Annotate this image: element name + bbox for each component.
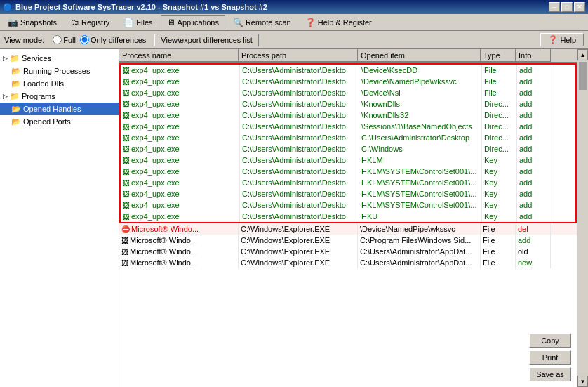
cell-info: add bbox=[517, 166, 552, 177]
cell-opened-item: \Device\KsecDD bbox=[359, 65, 482, 76]
radio-differences-input[interactable] bbox=[80, 35, 89, 44]
table-area: Process name Process path Opened item Ty… bbox=[119, 49, 588, 387]
sidebar-item-opened-handles-label: Opened Handles bbox=[23, 105, 81, 113]
tab-snapshots[interactable]: 📷 Snapshots bbox=[1, 15, 63, 29]
tab-help-register-label: Help & Register bbox=[318, 18, 372, 27]
tab-registry-label: Registry bbox=[81, 18, 109, 27]
cell-process-path: C:\Users\Administrator\Deskto bbox=[240, 87, 359, 98]
table-row[interactable]: 🖼exp4_upx.exe C:\Users\Administrator\Des… bbox=[121, 110, 575, 121]
sidebar-item-opened-handles[interactable]: 📂 Opened Handles bbox=[0, 103, 119, 115]
table-row[interactable]: 🖼Microsoft® Windo... C:\Windows\Explorer… bbox=[119, 246, 577, 257]
tab-applications[interactable]: 🖥 Applications bbox=[161, 15, 225, 29]
sidebar-item-running-processes[interactable]: 📂 Running Processes bbox=[0, 65, 119, 77]
table-row[interactable]: 🖼Microsoft® Windo... C:\Windows\Explorer… bbox=[119, 235, 577, 246]
table-row[interactable]: 🖼exp4_upx.exe C:\Users\Administrator\Des… bbox=[121, 98, 575, 110]
app-icon: 🔵 bbox=[3, 3, 13, 12]
cell-opened-item: HKLM\SYSTEM\ControlSet001\... bbox=[359, 188, 482, 199]
cell-type: Direc... bbox=[482, 121, 517, 132]
view-export-button[interactable]: View\export differences list bbox=[154, 34, 258, 46]
close-button[interactable]: ✕ bbox=[574, 2, 585, 12]
cell-info: add bbox=[517, 98, 552, 110]
scroll-track[interactable] bbox=[577, 60, 588, 376]
sidebar-item-loaded-dlls[interactable]: 📂 Loaded Dlls bbox=[0, 77, 119, 90]
table-row[interactable]: 🖼exp4_upx.exe C:\Users\Administrator\Des… bbox=[121, 166, 575, 177]
table-row[interactable]: 🖼exp4_upx.exe C:\Users\Administrator\Des… bbox=[121, 188, 575, 199]
help-register-icon: ❓ bbox=[305, 18, 316, 27]
radio-full-input[interactable] bbox=[53, 35, 62, 44]
table-row[interactable]: 🖼exp4_upx.exe C:\Users\Administrator\Des… bbox=[121, 211, 575, 222]
cell-process-name: 🖼exp4_upx.exe bbox=[121, 76, 240, 87]
cell-info: add bbox=[516, 235, 551, 246]
loaded-dlls-icon: 📂 bbox=[11, 79, 21, 88]
cell-type: File bbox=[482, 76, 517, 87]
sidebar-item-running-processes-label: Running Processes bbox=[23, 67, 90, 75]
sidebar-item-loaded-dlls-label: Loaded Dlls bbox=[23, 79, 64, 88]
tab-applications-label: Applications bbox=[178, 18, 219, 27]
window-title: Blue Project Software SysTracer v2.10 - … bbox=[15, 3, 267, 11]
tab-registry[interactable]: 🗂 Registry bbox=[65, 15, 116, 29]
col-header-opened-item[interactable]: Opened item bbox=[358, 49, 481, 62]
cell-process-path: C:\Users\Administrator\Deskto bbox=[240, 132, 359, 143]
files-icon: 📄 bbox=[123, 18, 134, 27]
cell-process-path: C:\Windows\Explorer.EXE bbox=[239, 246, 358, 257]
table-row[interactable]: 🖼exp4_upx.exe C:\Users\Administrator\Des… bbox=[121, 199, 575, 211]
cell-info: add bbox=[517, 177, 552, 188]
cell-process-path: C:\Users\Administrator\Deskto bbox=[240, 65, 359, 76]
help-button[interactable]: ❓ Help bbox=[540, 33, 584, 46]
radio-full[interactable]: Full bbox=[53, 35, 76, 44]
cell-process-name: 🖼exp4_upx.exe bbox=[121, 188, 240, 199]
cell-info: add bbox=[517, 121, 552, 132]
radio-differences[interactable]: Only differences bbox=[80, 35, 146, 44]
col-header-info[interactable]: Info bbox=[516, 49, 551, 62]
sidebar-item-programs[interactable]: ▷ 📁 Programs bbox=[0, 90, 119, 103]
cell-process-path: C:\Windows\Explorer.EXE bbox=[239, 235, 358, 246]
table-row[interactable]: 🖼exp4_upx.exe C:\Users\Administrator\Des… bbox=[121, 87, 575, 98]
highlighted-section: 🖼exp4_upx.exe C:\Users\Administrator\Des… bbox=[119, 63, 577, 223]
scroll-thumb[interactable] bbox=[579, 62, 587, 90]
scroll-up-button[interactable]: ▲ bbox=[577, 49, 588, 60]
table-row[interactable]: 🖼exp4_upx.exe C:\Users\Administrator\Des… bbox=[121, 143, 575, 155]
sidebar-item-services[interactable]: ▷ 📁 Services bbox=[0, 52, 119, 65]
cell-process-path: C:\Users\Administrator\Deskto bbox=[240, 155, 359, 166]
table-row[interactable]: 🖼exp4_upx.exe C:\Users\Administrator\Des… bbox=[121, 177, 575, 188]
table-row[interactable]: 🖼exp4_upx.exe C:\Users\Administrator\Des… bbox=[121, 65, 575, 76]
table-body[interactable]: 🖼exp4_upx.exe C:\Users\Administrator\Des… bbox=[119, 63, 577, 387]
toolbar: View mode: Full Only differences View\ex… bbox=[0, 31, 588, 49]
cell-info: del bbox=[516, 223, 551, 235]
table-row[interactable]: ⛔Microsoft® Windo... C:\Windows\Explorer… bbox=[119, 223, 577, 235]
radio-full-label: Full bbox=[63, 36, 76, 44]
tab-snapshots-label: Snapshots bbox=[20, 18, 57, 27]
table-row[interactable]: 🖼exp4_upx.exe C:\Users\Administrator\Des… bbox=[121, 76, 575, 87]
cell-type: File bbox=[481, 223, 516, 235]
cell-process-name: ⛔Microsoft® Windo... bbox=[119, 223, 239, 235]
cell-process-name: 🖼Microsoft® Windo... bbox=[119, 246, 239, 257]
col-header-type[interactable]: Type bbox=[481, 49, 516, 62]
expand-icon: ▷ bbox=[3, 55, 8, 62]
sidebar: ▷ 📁 Services 📂 Running Processes 📂 Loade… bbox=[0, 49, 119, 387]
cell-type: Direc... bbox=[482, 143, 517, 155]
tab-help-register[interactable]: ❓ Help & Register bbox=[299, 15, 378, 29]
cell-info: add bbox=[517, 211, 552, 222]
table-row[interactable]: 🖼exp4_upx.exe C:\Users\Administrator\Des… bbox=[121, 132, 575, 143]
cell-type: Key bbox=[482, 177, 517, 188]
cell-process-path: C:\Users\Administrator\Deskto bbox=[240, 188, 359, 199]
scroll-down-button[interactable]: ▼ bbox=[577, 376, 588, 387]
scrollbar[interactable]: ▲ ▼ bbox=[577, 49, 588, 387]
table-row[interactable]: 🖼exp4_upx.exe C:\Users\Administrator\Des… bbox=[121, 121, 575, 132]
col-header-process-name[interactable]: Process name bbox=[119, 49, 239, 62]
running-processes-icon: 📂 bbox=[11, 67, 21, 76]
table-row[interactable]: 🖼exp4_upx.exe C:\Users\Administrator\Des… bbox=[121, 155, 575, 166]
cell-info: add bbox=[517, 132, 552, 143]
print-button[interactable]: Print bbox=[529, 350, 571, 365]
sidebar-item-opened-ports[interactable]: 📂 Opened Ports bbox=[0, 115, 119, 128]
cell-info: add bbox=[517, 76, 552, 87]
col-header-process-path[interactable]: Process path bbox=[239, 49, 358, 62]
cell-opened-item: HKLM\SYSTEM\ControlSet001\... bbox=[359, 199, 482, 211]
tab-files[interactable]: 📄 Files bbox=[117, 15, 159, 29]
table-row[interactable]: 🖼Microsoft® Windo... C:\Windows\Explorer… bbox=[119, 257, 577, 268]
tab-remote-scan[interactable]: 🔍 Remote scan bbox=[227, 15, 298, 29]
minimize-button[interactable]: ─ bbox=[549, 2, 560, 12]
copy-button[interactable]: Copy bbox=[529, 334, 571, 348]
save-as-button[interactable]: Save as bbox=[529, 367, 571, 381]
maximize-button[interactable]: □ bbox=[561, 2, 573, 12]
